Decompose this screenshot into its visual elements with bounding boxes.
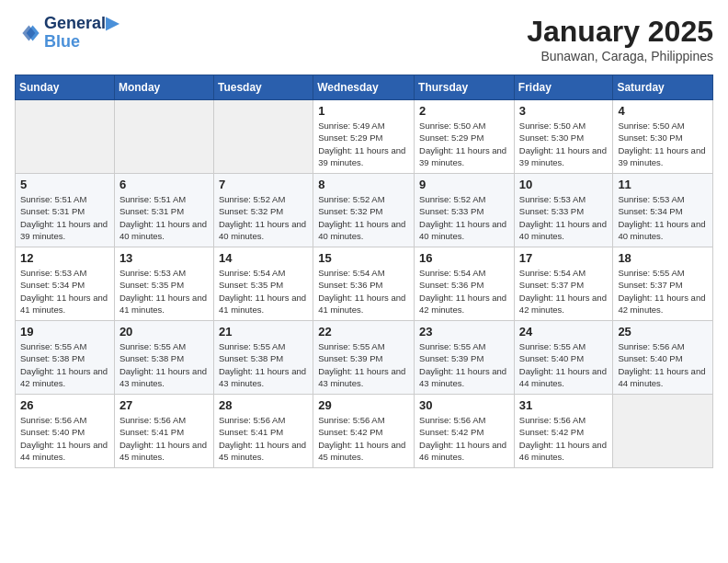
header-thursday: Thursday bbox=[415, 75, 515, 100]
cell-info: Sunrise: 5:56 AMSunset: 5:41 PMDaylight:… bbox=[119, 414, 209, 463]
calendar-cell: 7Sunrise: 5:52 AMSunset: 5:32 PMDaylight… bbox=[213, 174, 313, 247]
day-number: 3 bbox=[519, 104, 609, 118]
day-number: 2 bbox=[419, 104, 509, 118]
day-number: 9 bbox=[419, 178, 509, 191]
title-block: January 2025 Bunawan, Caraga, Philippine… bbox=[527, 15, 713, 63]
day-number: 10 bbox=[519, 178, 609, 191]
calendar-cell bbox=[213, 100, 313, 174]
cell-info: Sunrise: 5:54 AMSunset: 5:35 PMDaylight:… bbox=[219, 267, 308, 316]
calendar-cell: 31Sunrise: 5:56 AMSunset: 5:42 PMDayligh… bbox=[514, 395, 613, 468]
cell-info: Sunrise: 5:55 AMSunset: 5:39 PMDaylight:… bbox=[419, 340, 509, 389]
day-number: 12 bbox=[20, 251, 109, 265]
calendar-title: January 2025 bbox=[527, 15, 713, 49]
calendar-cell: 25Sunrise: 5:56 AMSunset: 5:40 PMDayligh… bbox=[613, 321, 713, 395]
calendar-cell: 19Sunrise: 5:55 AMSunset: 5:38 PMDayligh… bbox=[16, 321, 115, 395]
calendar-cell: 14Sunrise: 5:54 AMSunset: 5:35 PMDayligh… bbox=[213, 247, 313, 321]
calendar-header: Sunday Monday Tuesday Wednesday Thursday… bbox=[16, 75, 713, 100]
calendar-cell: 16Sunrise: 5:54 AMSunset: 5:36 PMDayligh… bbox=[415, 247, 515, 321]
calendar-week-5: 26Sunrise: 5:56 AMSunset: 5:40 PMDayligh… bbox=[16, 395, 713, 468]
header-tuesday: Tuesday bbox=[213, 75, 313, 100]
calendar-cell: 5Sunrise: 5:51 AMSunset: 5:31 PMDaylight… bbox=[16, 174, 115, 247]
calendar-cell: 30Sunrise: 5:56 AMSunset: 5:42 PMDayligh… bbox=[415, 395, 515, 468]
calendar-cell: 28Sunrise: 5:56 AMSunset: 5:41 PMDayligh… bbox=[213, 395, 313, 468]
cell-info: Sunrise: 5:51 AMSunset: 5:31 PMDaylight:… bbox=[20, 193, 109, 242]
calendar-cell: 23Sunrise: 5:55 AMSunset: 5:39 PMDayligh… bbox=[415, 321, 515, 395]
day-number: 24 bbox=[519, 325, 609, 339]
calendar-cell: 8Sunrise: 5:52 AMSunset: 5:32 PMDaylight… bbox=[313, 174, 415, 247]
calendar-week-4: 19Sunrise: 5:55 AMSunset: 5:38 PMDayligh… bbox=[16, 321, 713, 395]
calendar-cell: 3Sunrise: 5:50 AMSunset: 5:30 PMDaylight… bbox=[514, 100, 613, 174]
calendar-cell: 9Sunrise: 5:52 AMSunset: 5:33 PMDaylight… bbox=[415, 174, 515, 247]
calendar-cell bbox=[16, 100, 115, 174]
cell-info: Sunrise: 5:54 AMSunset: 5:36 PMDaylight:… bbox=[318, 267, 409, 316]
cell-info: Sunrise: 5:50 AMSunset: 5:29 PMDaylight:… bbox=[419, 120, 509, 168]
calendar-cell bbox=[613, 395, 713, 468]
day-number: 21 bbox=[219, 325, 308, 339]
day-number: 16 bbox=[419, 251, 509, 265]
calendar-cell: 6Sunrise: 5:51 AMSunset: 5:31 PMDaylight… bbox=[114, 174, 213, 247]
day-number: 18 bbox=[618, 251, 708, 265]
header-monday: Monday bbox=[114, 75, 213, 100]
calendar-cell: 18Sunrise: 5:55 AMSunset: 5:37 PMDayligh… bbox=[613, 247, 713, 321]
cell-info: Sunrise: 5:52 AMSunset: 5:32 PMDaylight:… bbox=[219, 193, 308, 242]
calendar-week-2: 5Sunrise: 5:51 AMSunset: 5:31 PMDaylight… bbox=[16, 174, 713, 247]
cell-info: Sunrise: 5:50 AMSunset: 5:30 PMDaylight:… bbox=[519, 120, 609, 168]
header-saturday: Saturday bbox=[613, 75, 713, 100]
calendar-cell: 27Sunrise: 5:56 AMSunset: 5:41 PMDayligh… bbox=[114, 395, 213, 468]
cell-info: Sunrise: 5:55 AMSunset: 5:38 PMDaylight:… bbox=[20, 340, 109, 389]
header-wednesday: Wednesday bbox=[313, 75, 415, 100]
day-number: 7 bbox=[219, 178, 308, 191]
cell-info: Sunrise: 5:54 AMSunset: 5:37 PMDaylight:… bbox=[519, 267, 609, 316]
cell-info: Sunrise: 5:56 AMSunset: 5:40 PMDaylight:… bbox=[20, 414, 109, 463]
logo-icon bbox=[15, 20, 40, 46]
calendar-week-1: 1Sunrise: 5:49 AMSunset: 5:29 PMDaylight… bbox=[16, 100, 713, 174]
calendar-cell: 29Sunrise: 5:56 AMSunset: 5:42 PMDayligh… bbox=[313, 395, 415, 468]
calendar-table: Sunday Monday Tuesday Wednesday Thursday… bbox=[15, 75, 713, 468]
cell-info: Sunrise: 5:51 AMSunset: 5:31 PMDaylight:… bbox=[119, 193, 209, 242]
day-number: 31 bbox=[519, 398, 609, 412]
day-number: 6 bbox=[119, 178, 209, 191]
logo: General▶ Blue bbox=[15, 15, 119, 52]
cell-info: Sunrise: 5:49 AMSunset: 5:29 PMDaylight:… bbox=[318, 120, 409, 168]
cell-info: Sunrise: 5:52 AMSunset: 5:33 PMDaylight:… bbox=[419, 193, 509, 242]
calendar-cell: 4Sunrise: 5:50 AMSunset: 5:30 PMDaylight… bbox=[613, 100, 713, 174]
day-number: 30 bbox=[419, 398, 509, 412]
page-header: General▶ Blue January 2025 Bunawan, Cara… bbox=[15, 15, 713, 63]
day-number: 22 bbox=[318, 325, 409, 339]
cell-info: Sunrise: 5:55 AMSunset: 5:38 PMDaylight:… bbox=[119, 340, 209, 389]
day-number: 23 bbox=[419, 325, 509, 339]
calendar-cell bbox=[114, 100, 213, 174]
day-number: 5 bbox=[20, 178, 109, 191]
cell-info: Sunrise: 5:52 AMSunset: 5:32 PMDaylight:… bbox=[318, 193, 409, 242]
logo-text: General▶ Blue bbox=[44, 15, 119, 52]
day-number: 15 bbox=[318, 251, 409, 265]
day-number: 27 bbox=[119, 398, 209, 412]
calendar-body: 1Sunrise: 5:49 AMSunset: 5:29 PMDaylight… bbox=[16, 100, 713, 468]
day-number: 17 bbox=[519, 251, 609, 265]
day-number: 8 bbox=[318, 178, 409, 191]
cell-info: Sunrise: 5:55 AMSunset: 5:39 PMDaylight:… bbox=[318, 340, 409, 389]
day-number: 14 bbox=[219, 251, 308, 265]
calendar-cell: 2Sunrise: 5:50 AMSunset: 5:29 PMDaylight… bbox=[415, 100, 515, 174]
calendar-cell: 1Sunrise: 5:49 AMSunset: 5:29 PMDaylight… bbox=[313, 100, 415, 174]
calendar-cell: 24Sunrise: 5:55 AMSunset: 5:40 PMDayligh… bbox=[514, 321, 613, 395]
calendar-cell: 26Sunrise: 5:56 AMSunset: 5:40 PMDayligh… bbox=[16, 395, 115, 468]
day-number: 25 bbox=[618, 325, 708, 339]
day-number: 13 bbox=[119, 251, 209, 265]
calendar-cell: 17Sunrise: 5:54 AMSunset: 5:37 PMDayligh… bbox=[514, 247, 613, 321]
cell-info: Sunrise: 5:56 AMSunset: 5:42 PMDaylight:… bbox=[419, 414, 509, 463]
cell-info: Sunrise: 5:53 AMSunset: 5:34 PMDaylight:… bbox=[618, 193, 708, 242]
cell-info: Sunrise: 5:55 AMSunset: 5:40 PMDaylight:… bbox=[519, 340, 609, 389]
day-number: 20 bbox=[119, 325, 209, 339]
day-number: 11 bbox=[618, 178, 708, 191]
day-number: 1 bbox=[318, 104, 409, 118]
calendar-cell: 11Sunrise: 5:53 AMSunset: 5:34 PMDayligh… bbox=[613, 174, 713, 247]
cell-info: Sunrise: 5:53 AMSunset: 5:33 PMDaylight:… bbox=[519, 193, 609, 242]
cell-info: Sunrise: 5:56 AMSunset: 5:42 PMDaylight:… bbox=[519, 414, 609, 463]
cell-info: Sunrise: 5:56 AMSunset: 5:41 PMDaylight:… bbox=[219, 414, 308, 463]
calendar-week-3: 12Sunrise: 5:53 AMSunset: 5:34 PMDayligh… bbox=[16, 247, 713, 321]
day-number: 28 bbox=[219, 398, 308, 412]
cell-info: Sunrise: 5:54 AMSunset: 5:36 PMDaylight:… bbox=[419, 267, 509, 316]
cell-info: Sunrise: 5:55 AMSunset: 5:38 PMDaylight:… bbox=[219, 340, 308, 389]
cell-info: Sunrise: 5:53 AMSunset: 5:34 PMDaylight:… bbox=[20, 267, 109, 316]
